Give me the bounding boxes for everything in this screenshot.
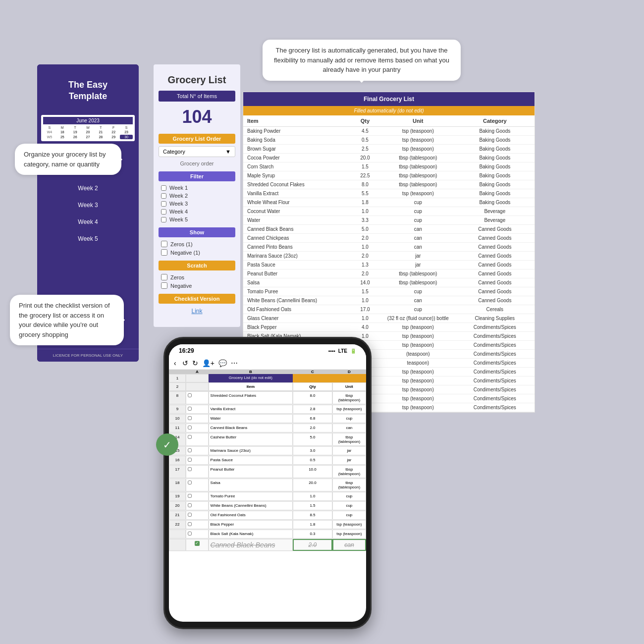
scratch-zeros[interactable]: Zeros bbox=[161, 273, 233, 281]
scratch-negative[interactable]: Negative bbox=[161, 281, 233, 290]
cell-unit: can bbox=[381, 225, 455, 233]
cell-category: Baking Goods bbox=[455, 136, 535, 144]
table-row: Cocoa Powder 20.0 tbsp (tablespoon) Baki… bbox=[243, 154, 535, 162]
cell-unit: tsp (teaspoon) bbox=[381, 376, 455, 385]
table-row: Black Pepper 4.0 tsp (teaspoon) Condimen… bbox=[243, 323, 535, 332]
cell-item: Black Pepper bbox=[243, 323, 349, 331]
cell-unit: (teaspoon) bbox=[381, 350, 455, 358]
cell-category: Cleaning Supplies bbox=[455, 314, 535, 322]
cell-qty: 1.0 bbox=[349, 296, 381, 305]
cell-category: Condiments/Spices bbox=[455, 394, 535, 403]
cell-category: Baking Goods bbox=[455, 180, 535, 189]
cell-category: Condiments/Spices bbox=[455, 341, 535, 349]
cell-category: Cereals bbox=[455, 305, 535, 314]
filter-week1[interactable]: Week 1 bbox=[161, 184, 233, 192]
cell-item: Canned Pinto Beans bbox=[243, 243, 349, 251]
toolbar-icons: ↺ ↻ 👤+ 💬 ⋯ bbox=[182, 359, 238, 367]
cell-unit: cup bbox=[381, 305, 455, 314]
cell-unit: tbsp (tablespoon) bbox=[381, 269, 455, 278]
phone-sheet[interactable]: A B C D 1 Grocery List (do not edit) 2 I… bbox=[169, 370, 366, 607]
order-select[interactable]: Category ▼ bbox=[159, 146, 235, 157]
lte-label: LTE bbox=[338, 348, 347, 354]
table-row: Pasta Sauce 1.3 jar Canned Goods bbox=[243, 261, 535, 269]
table-row: Marinara Sauce (23oz) 2.0 jar Canned Goo… bbox=[243, 252, 535, 261]
phone-row: 18 Salsa 20.0 tbsp (tablespoon) bbox=[169, 479, 366, 492]
add-person-icon[interactable]: 👤+ bbox=[202, 359, 215, 367]
cell-unit: tbsp (tablespoon) bbox=[381, 154, 455, 162]
signal-bars-icon: ▪▪▪▪ bbox=[328, 348, 335, 354]
redo-icon[interactable]: ↻ bbox=[192, 359, 198, 367]
table-row: Corn Starch 1.5 tbsp (tablespoon) Baking… bbox=[243, 162, 535, 171]
cell-unit: cup bbox=[381, 216, 455, 224]
bubble-auto: The grocery list is automatically genera… bbox=[263, 40, 461, 81]
table-row: Coconut Water 1.0 cup Beverage bbox=[243, 207, 535, 216]
checklist-version-label: Checklist Version bbox=[159, 294, 235, 304]
show-negative[interactable]: Negative (1) bbox=[161, 248, 233, 257]
cell-unit: tsp (teaspoon) bbox=[381, 385, 455, 394]
phone-sheet-row2: 2 Item Qty Unit bbox=[169, 382, 366, 391]
cell-qty: 20.0 bbox=[349, 154, 381, 162]
cell-item: Whole Wheat Flour bbox=[243, 198, 349, 207]
cell-unit: cup bbox=[381, 287, 455, 296]
cell-item: Canned Black Beans bbox=[243, 225, 349, 233]
battery-icon: 🔋 bbox=[350, 348, 356, 354]
cell-qty: 2.0 bbox=[349, 234, 381, 242]
cell-category: Condiments/Spices bbox=[455, 332, 535, 340]
cell-category: Condiments/Spices bbox=[455, 385, 535, 394]
cell-category: Canned Goods bbox=[455, 278, 535, 287]
col-qty: Qty bbox=[349, 115, 381, 126]
cell-category: Condiments/Spices bbox=[455, 376, 535, 385]
total-items-value: 104 bbox=[154, 104, 240, 130]
nav-week2[interactable]: Week 2 bbox=[37, 180, 139, 197]
filter-week3[interactable]: Week 3 bbox=[161, 200, 233, 208]
table-row: White Beans (Cannellini Beans) 1.0 can C… bbox=[243, 296, 535, 305]
table-row: Glass Cleaner 1.0 (32 fl oz (fluid ounce… bbox=[243, 314, 535, 323]
phone-toolbar[interactable]: ‹ ↺ ↻ 👤+ 💬 ⋯ bbox=[169, 357, 366, 370]
cell-qty: 2.0 bbox=[349, 269, 381, 278]
nav-week4[interactable]: Week 4 bbox=[37, 214, 139, 230]
cell-qty: 0.5 bbox=[349, 136, 381, 144]
cell-category: Baking Goods bbox=[455, 145, 535, 153]
table-main-header: Final Grocery List bbox=[243, 92, 535, 106]
cell-qty: 1.5 bbox=[349, 287, 381, 296]
cell-category: Canned Goods bbox=[455, 243, 535, 251]
cell-qty: 5.0 bbox=[349, 225, 381, 233]
cell-qty: 4.0 bbox=[349, 323, 381, 331]
undo-icon[interactable]: ↺ bbox=[182, 359, 188, 367]
filter-week2[interactable]: Week 2 bbox=[161, 192, 233, 200]
filter-week4[interactable]: Week 4 bbox=[161, 208, 233, 215]
checklist-link[interactable]: Link bbox=[154, 305, 240, 317]
cell-item: Vanilla Extract bbox=[243, 189, 349, 198]
more-icon[interactable]: ⋯ bbox=[231, 359, 238, 367]
phone-row: 22 Black Pepper 1.8 tsp (teaspoon) bbox=[169, 520, 366, 530]
back-arrow-icon[interactable]: ‹ bbox=[174, 359, 176, 367]
cell-unit: tsp (teaspoon) bbox=[381, 394, 455, 403]
phone-row: 21 Old Fashioned Oats 8.5 cup bbox=[169, 511, 366, 520]
cell-qty: 5.5 bbox=[349, 189, 381, 198]
total-items-label: Total N° of Items bbox=[159, 91, 235, 102]
cell-unit: tsp (teaspoon) bbox=[381, 341, 455, 349]
cell-item: Brown Sugar bbox=[243, 145, 349, 153]
cell-item: Shredded Coconut Flakes bbox=[243, 180, 349, 189]
table-row: Baking Powder 4.5 tsp (teaspoon) Baking … bbox=[243, 127, 535, 136]
filter-week5[interactable]: Week 5 bbox=[161, 215, 233, 223]
table-column-headers: Item Qty Unit Category bbox=[243, 115, 535, 127]
table-row: Canned Chickpeas 2.0 can Canned Goods bbox=[243, 234, 535, 243]
table-row: Old Fashioned Oats 17.0 cup Cereals bbox=[243, 305, 535, 314]
cell-item: White Beans (Cannellini Beans) bbox=[243, 296, 349, 305]
cell-item: Coconut Water bbox=[243, 207, 349, 215]
nav-week3[interactable]: Week 3 bbox=[37, 197, 139, 214]
table-row: Peanut Butter 2.0 tbsp (tablespoon) Cann… bbox=[243, 269, 535, 278]
table-sub-header: Filled automatically (do not edit) bbox=[243, 106, 535, 115]
cell-category: Condiments/Spices bbox=[455, 323, 535, 331]
comment-icon[interactable]: 💬 bbox=[218, 359, 227, 367]
table-row: Canned Black Beans 5.0 can Canned Goods bbox=[243, 225, 535, 234]
phone-row: 20 White Beans (Cannellini Beans) 1.5 cu… bbox=[169, 501, 366, 511]
cell-unit: tsp (teaspoon) bbox=[381, 332, 455, 340]
cell-unit: tsp (teaspoon) bbox=[381, 403, 455, 412]
nav-week5[interactable]: Week 5 bbox=[37, 230, 139, 247]
show-zeros[interactable]: Zeros (1) bbox=[161, 240, 233, 248]
cell-qty: 1.8 bbox=[349, 198, 381, 207]
cell-category: Condiments/Spices bbox=[455, 368, 535, 376]
table-row: Whole Wheat Flour 1.8 cup Baking Goods bbox=[243, 198, 535, 207]
